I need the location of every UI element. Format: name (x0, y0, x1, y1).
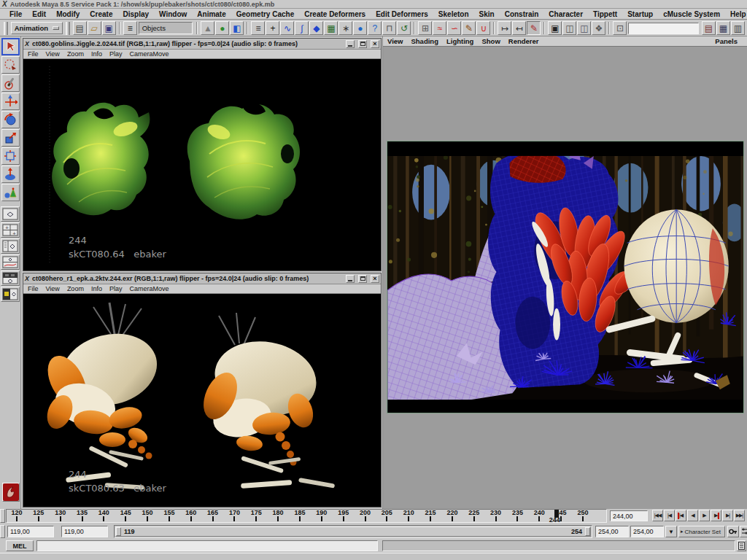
flipper1-menu-view[interactable]: View (44, 50, 66, 58)
snap-to-planes-button[interactable]: ◆ (309, 21, 323, 35)
ui-toggle-2-button[interactable]: ▦ (716, 21, 730, 35)
menu-edit[interactable]: Edit (27, 10, 51, 18)
grid-options-button[interactable]: ⊞ (418, 21, 432, 35)
lasso-tool-button[interactable] (1, 56, 20, 74)
numeric-input-field[interactable] (628, 23, 699, 34)
range-handle-right-grip[interactable] (585, 527, 590, 536)
range-slider-handle[interactable]: 119 254 (115, 526, 591, 537)
live-object-button[interactable]: ● (353, 21, 367, 35)
snap-to-curves-button[interactable]: ∿ (280, 21, 294, 35)
viewport-menu-shading[interactable]: Shading (409, 37, 444, 45)
menu-geometry-cache[interactable]: Geometry Cache (231, 10, 299, 18)
flipper1-menu-zoom[interactable]: Zoom (66, 50, 90, 58)
animation-preferences-button[interactable] (740, 526, 747, 537)
viewport-menu-lighting[interactable]: Lighting (445, 37, 480, 45)
curve-snap-red-button[interactable]: ≈ (433, 21, 446, 35)
selection-mask-list-button[interactable]: ≡ (123, 21, 137, 35)
layout-outliner-persp-button[interactable] (1, 238, 20, 254)
playback-options-button[interactable]: ▼ (665, 526, 677, 537)
range-handle-left-grip[interactable] (116, 527, 121, 536)
construction-history-button[interactable]: ↺ (397, 21, 411, 35)
flipper2-menu-play[interactable]: Play (108, 285, 128, 292)
input-connections-button[interactable]: ↦ (498, 21, 511, 35)
menu-character[interactable]: Character (543, 10, 588, 18)
last-tool-button[interactable] (1, 184, 20, 201)
menu-display[interactable]: Display (117, 10, 154, 18)
menu-set-selector[interactable]: Animation (11, 22, 63, 34)
layout-uv-persp-button[interactable] (1, 287, 20, 302)
render-globals-button[interactable]: ❖ (592, 21, 605, 35)
ui-toggle-3-button[interactable]: ▥ (731, 21, 745, 35)
soft-modification-tool-button[interactable] (1, 166, 20, 183)
menu-modify[interactable]: Modify (51, 10, 85, 18)
command-line-input[interactable] (36, 540, 378, 551)
ipr-render-button[interactable]: ◫ (577, 21, 591, 35)
flipper2-menu-info[interactable]: Info (90, 285, 108, 292)
open-scene-button[interactable]: ▱ (88, 21, 101, 35)
selection-mask-combo[interactable]: Objects (139, 22, 193, 34)
menu-startup[interactable]: Startup (622, 10, 658, 18)
numeric-input-selector-button[interactable]: ⊡ (613, 21, 627, 35)
quick-help-button[interactable]: ? (368, 21, 382, 35)
menu-create[interactable]: Create (85, 10, 117, 18)
flipper1-canvas[interactable]: 244 skCT080.64 ebaker (23, 59, 381, 271)
snap-to-view-planes-button[interactable]: ∗ (338, 21, 352, 35)
flipper2-titlebar[interactable]: X ct080hero_r1_epk.a.2ktv.244.exr (RGB,1… (23, 273, 381, 284)
go-to-end-button[interactable]: ▶▶| (734, 510, 745, 521)
flipper1-menu-cameramove[interactable]: CameraMove (128, 50, 174, 58)
menu-cmuscle-system[interactable]: cMuscle System (658, 10, 725, 18)
step-forward-frame-button[interactable]: ▶| (722, 510, 733, 521)
flipper2-close-button[interactable]: × (371, 275, 379, 283)
curve-point-button[interactable]: ∽ (447, 21, 461, 35)
output-connections-button[interactable]: ↤ (512, 21, 526, 35)
menu-constrain[interactable]: Constrain (500, 10, 544, 18)
step-forward-key-button[interactable]: ▶| (711, 510, 721, 521)
script-editor-button[interactable] (737, 540, 746, 551)
flipper1-menu-info[interactable]: Info (90, 50, 108, 58)
new-scene-button[interactable]: ▤ (73, 21, 87, 35)
highlight-selection-button[interactable]: ≡ (251, 21, 265, 35)
viewport-menu-panels[interactable]: Panels (713, 37, 744, 45)
range-slider-grip[interactable] (0, 525, 5, 538)
set-key-button[interactable]: ✎ (527, 21, 541, 35)
layout-single-pane-button[interactable] (1, 206, 20, 222)
snap-to-points-button[interactable]: ∫ (295, 21, 309, 35)
playback-end-field[interactable] (595, 526, 629, 537)
toolbar-grip[interactable] (66, 22, 70, 35)
flipper1-minimize-button[interactable] (346, 40, 355, 48)
flipper1-menu-play[interactable]: Play (108, 50, 128, 58)
menu-tippett[interactable]: Tippett (588, 10, 622, 18)
menu-skeleton[interactable]: Skeleton (433, 10, 474, 18)
magnet-snap-button[interactable]: ∪ (476, 21, 490, 35)
flipper1-close-button[interactable]: × (371, 40, 379, 48)
go-to-start-button[interactable]: |◀◀ (652, 510, 663, 521)
menu-help[interactable]: Help (725, 10, 747, 18)
playback-start-field[interactable] (61, 526, 108, 537)
make-live-button[interactable]: ▦ (324, 21, 338, 35)
current-frame-field[interactable] (610, 510, 648, 521)
animation-start-field[interactable] (7, 526, 54, 537)
flipper1-menu-file[interactable]: File (26, 50, 44, 58)
snap-to-grids-button[interactable]: + (266, 21, 279, 35)
toolbar-grip[interactable] (4, 22, 8, 35)
menu-file[interactable]: File (4, 10, 27, 18)
move-tool-button[interactable] (1, 93, 20, 110)
animation-end-field[interactable] (630, 526, 664, 537)
render-view-button[interactable]: ▣ (548, 21, 562, 35)
menu-edit-deformers[interactable]: Edit Deformers (371, 10, 433, 18)
timeline-track[interactable]: 1201251301351401451501551601651701751801… (6, 509, 607, 523)
viewport-menu-show[interactable]: Show (480, 37, 506, 45)
viewport-menu-view[interactable]: View (386, 37, 409, 45)
rotate-tool-button[interactable] (1, 111, 20, 128)
scale-tool-button[interactable] (1, 129, 20, 147)
layout-four-pane-button[interactable]: ++ (1, 222, 20, 238)
menu-create-deformers[interactable]: Create Deformers (299, 10, 371, 18)
select-hierarchy-button[interactable]: ▲ (201, 21, 214, 35)
layout-hypergraph-persp-button[interactable] (1, 271, 20, 286)
viewport-menu-renderer[interactable]: Renderer (507, 37, 546, 45)
flipper1-maximize-button[interactable] (358, 40, 367, 48)
character-set-button[interactable]: ▸ Character Set (678, 526, 725, 537)
time-slider-grip[interactable] (0, 509, 5, 523)
save-scene-button[interactable]: ▣ (102, 21, 116, 35)
flipper1-titlebar[interactable]: X ct080.goblins.Jiggle.2.0244.tif (RGB,1… (23, 39, 381, 50)
